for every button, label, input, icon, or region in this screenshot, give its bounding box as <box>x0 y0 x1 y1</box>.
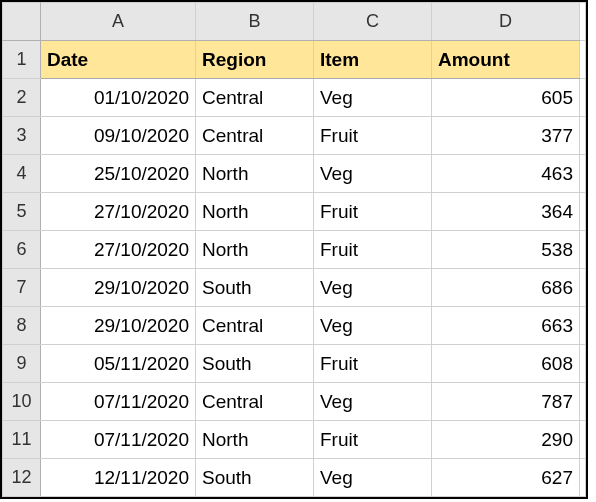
cell-item[interactable]: Fruit <box>314 421 432 459</box>
col-head-b[interactable]: B <box>196 3 314 41</box>
row-head[interactable]: 1 <box>3 41 41 79</box>
cell-amount[interactable]: 787 <box>432 383 580 421</box>
cell-region[interactable]: Central <box>196 307 314 345</box>
cell-amount[interactable]: 686 <box>432 269 580 307</box>
table-row: 7 29/10/2020 South Veg 686 <box>3 269 586 307</box>
cell-date[interactable]: 29/10/2020 <box>41 269 196 307</box>
row-head[interactable]: 4 <box>3 155 41 193</box>
cell-amount[interactable]: 377 <box>432 117 580 155</box>
cell-date[interactable]: 29/10/2020 <box>41 307 196 345</box>
cell-item[interactable]: Fruit <box>314 117 432 155</box>
cell-region[interactable]: North <box>196 231 314 269</box>
table-row: 3 09/10/2020 Central Fruit 377 <box>3 117 586 155</box>
cell-date[interactable]: 25/10/2020 <box>41 155 196 193</box>
cell-region[interactable]: South <box>196 269 314 307</box>
cell-amount[interactable]: 463 <box>432 155 580 193</box>
table-row: 9 05/11/2020 South Fruit 608 <box>3 345 586 383</box>
table-row: 2 01/10/2020 Central Veg 605 <box>3 79 586 117</box>
cell-region[interactable]: North <box>196 193 314 231</box>
cell-date[interactable]: 07/11/2020 <box>41 421 196 459</box>
cell-date[interactable]: 27/10/2020 <box>41 231 196 269</box>
row-head[interactable]: 3 <box>3 117 41 155</box>
row-head[interactable]: 7 <box>3 269 41 307</box>
cell-amount[interactable]: 364 <box>432 193 580 231</box>
cell-item[interactable]: Fruit <box>314 231 432 269</box>
cell-date[interactable]: 27/10/2020 <box>41 193 196 231</box>
table-row: 8 29/10/2020 Central Veg 663 <box>3 307 586 345</box>
cell-item[interactable]: Fruit <box>314 345 432 383</box>
cell-region[interactable]: Central <box>196 383 314 421</box>
row-head[interactable]: 6 <box>3 231 41 269</box>
cell-date[interactable]: 05/11/2020 <box>41 345 196 383</box>
column-header-row: A B C D <box>3 3 586 41</box>
edge <box>580 3 586 41</box>
cell-amount[interactable]: 608 <box>432 345 580 383</box>
table-row: 5 27/10/2020 North Fruit 364 <box>3 193 586 231</box>
edge <box>580 345 586 383</box>
col-head-c[interactable]: C <box>314 3 432 41</box>
header-date[interactable]: Date <box>41 41 196 79</box>
row-head[interactable]: 11 <box>3 421 41 459</box>
cell-item[interactable]: Veg <box>314 459 432 497</box>
edge <box>580 421 586 459</box>
cell-amount[interactable]: 627 <box>432 459 580 497</box>
edge <box>580 307 586 345</box>
cell-amount[interactable]: 290 <box>432 421 580 459</box>
cell-region[interactable]: Central <box>196 117 314 155</box>
row-head[interactable]: 12 <box>3 459 41 497</box>
edge <box>580 269 586 307</box>
table-header-row: 1 Date Region Item Amount <box>3 41 586 79</box>
cell-amount[interactable]: 663 <box>432 307 580 345</box>
cell-date[interactable]: 01/10/2020 <box>41 79 196 117</box>
cell-region[interactable]: Central <box>196 79 314 117</box>
spreadsheet: A B C D 1 Date Region Item Amount 2 01/1… <box>0 0 588 499</box>
table-row: 6 27/10/2020 North Fruit 538 <box>3 231 586 269</box>
edge <box>580 155 586 193</box>
cell-region[interactable]: South <box>196 459 314 497</box>
edge <box>580 231 586 269</box>
cell-item[interactable]: Veg <box>314 269 432 307</box>
cell-date[interactable]: 12/11/2020 <box>41 459 196 497</box>
table-row: 10 07/11/2020 Central Veg 787 <box>3 383 586 421</box>
header-item[interactable]: Item <box>314 41 432 79</box>
edge <box>580 383 586 421</box>
cell-amount[interactable]: 605 <box>432 79 580 117</box>
edge <box>580 79 586 117</box>
cell-amount[interactable]: 538 <box>432 231 580 269</box>
row-head[interactable]: 8 <box>3 307 41 345</box>
cell-date[interactable]: 07/11/2020 <box>41 383 196 421</box>
row-head[interactable]: 2 <box>3 79 41 117</box>
header-amount[interactable]: Amount <box>432 41 580 79</box>
table-row: 12 12/11/2020 South Veg 627 <box>3 459 586 497</box>
cell-region[interactable]: North <box>196 155 314 193</box>
edge <box>580 117 586 155</box>
header-region[interactable]: Region <box>196 41 314 79</box>
row-head[interactable]: 5 <box>3 193 41 231</box>
cell-item[interactable]: Veg <box>314 79 432 117</box>
col-head-a[interactable]: A <box>41 3 196 41</box>
cell-region[interactable]: South <box>196 345 314 383</box>
table-row: 11 07/11/2020 North Fruit 290 <box>3 421 586 459</box>
cell-item[interactable]: Veg <box>314 307 432 345</box>
table-row: 4 25/10/2020 North Veg 463 <box>3 155 586 193</box>
cell-item[interactable]: Fruit <box>314 193 432 231</box>
cell-item[interactable]: Veg <box>314 155 432 193</box>
row-head[interactable]: 9 <box>3 345 41 383</box>
cell-region[interactable]: North <box>196 421 314 459</box>
edge <box>580 193 586 231</box>
select-all-corner[interactable] <box>3 3 41 41</box>
row-head[interactable]: 10 <box>3 383 41 421</box>
edge <box>580 41 586 79</box>
col-head-d[interactable]: D <box>432 3 580 41</box>
cell-item[interactable]: Veg <box>314 383 432 421</box>
grid: A B C D 1 Date Region Item Amount 2 01/1… <box>2 2 586 497</box>
cell-date[interactable]: 09/10/2020 <box>41 117 196 155</box>
edge <box>580 459 586 497</box>
